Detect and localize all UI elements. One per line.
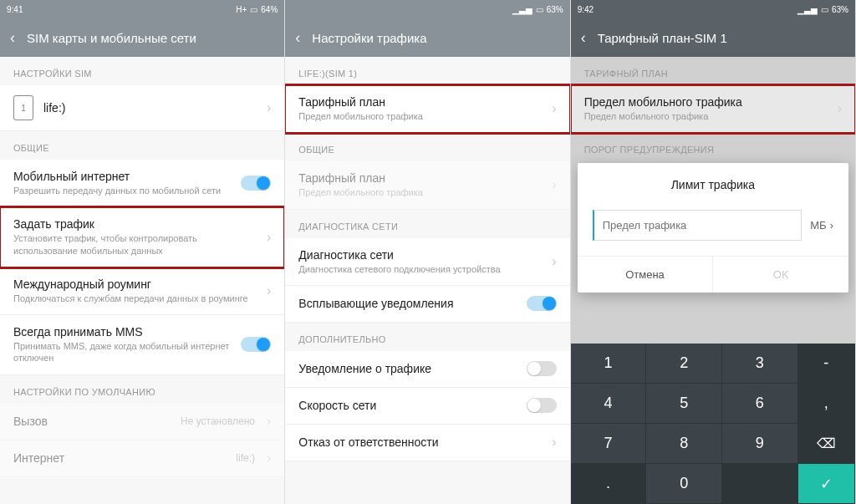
ok-button[interactable]: OK bbox=[713, 257, 848, 293]
header: ‹ Тарифный план-SIM 1 bbox=[571, 18, 855, 57]
key-2[interactable]: 2 bbox=[646, 344, 722, 384]
section-defaults: НАСТРОЙКИ ПО УМОЛЧАНИЮ bbox=[0, 375, 284, 404]
status-network: H+ bbox=[236, 5, 247, 14]
key-backspace[interactable]: ⌫ bbox=[798, 424, 855, 464]
key-space[interactable] bbox=[722, 464, 798, 504]
data-limit-item[interactable]: Предел мобильного трафика Предел мобильн… bbox=[571, 85, 855, 133]
chevron-right-icon: › bbox=[267, 451, 271, 466]
section-warn: ПОРОГ ПРЕДУПРЕЖДЕНИЯ bbox=[571, 133, 855, 161]
numeric-keypad: 1 2 3 - 4 5 6 , 7 8 9 ⌫ . 0 ✓ bbox=[571, 344, 855, 504]
tariff-plan-item[interactable]: Тарифный план Предел мобильного трафика … bbox=[285, 85, 569, 133]
signal-icon: ▁▃▅ bbox=[797, 5, 818, 14]
key-minus[interactable]: - bbox=[798, 344, 855, 384]
diagnostics-item[interactable]: Диагностика сети Диагностика сетевого по… bbox=[285, 238, 569, 286]
popup-toggle[interactable] bbox=[527, 296, 557, 311]
backspace-icon: ⌫ bbox=[817, 435, 836, 451]
chevron-right-icon: › bbox=[267, 283, 271, 298]
traffic-limit-dialog: Лимит трафика МБ › Отмена OK bbox=[578, 163, 848, 293]
status-bar: ▁▃▅ ▭ 63% bbox=[285, 0, 569, 18]
mobile-data-item[interactable]: Мобильный интернет Разрешить передачу да… bbox=[0, 160, 284, 207]
section-general: ОБЩИЕ bbox=[0, 131, 284, 160]
mms-item[interactable]: Всегда принимать MMS Принимать MMS, даже… bbox=[0, 315, 284, 375]
chevron-right-icon: › bbox=[267, 100, 271, 115]
key-5[interactable]: 5 bbox=[646, 384, 722, 424]
screen-traffic-settings: ▁▃▅ ▭ 63% ‹ Настройки трафика LIFE:)(SIM… bbox=[285, 0, 570, 504]
chevron-right-icon: › bbox=[267, 414, 271, 429]
header: ‹ SIM карты и мобильные сети bbox=[0, 18, 284, 57]
chevron-right-icon: › bbox=[552, 177, 556, 192]
key-1[interactable]: 1 bbox=[571, 344, 647, 384]
key-3[interactable]: 3 bbox=[722, 344, 798, 384]
status-bar: 9:41 H+ ▭ 64% bbox=[0, 0, 284, 18]
sim-item[interactable]: 1 life:) › bbox=[0, 85, 284, 131]
signal-icon: ▁▃▅ bbox=[512, 5, 532, 14]
key-0[interactable]: 0 bbox=[646, 464, 722, 504]
status-bar: 9:42 ▁▃▅ ▭ 63% bbox=[571, 0, 855, 18]
page-title: Тарифный план-SIM 1 bbox=[598, 31, 727, 45]
page-title: Настройки трафика bbox=[312, 31, 426, 45]
section-sim: НАСТРОЙКИ SIM bbox=[0, 57, 284, 85]
section-diag: ДИАГНОСТИКА СЕТИ bbox=[285, 210, 569, 238]
page-title: SIM карты и мобильные сети bbox=[27, 31, 196, 45]
mobile-data-toggle[interactable] bbox=[241, 176, 271, 191]
status-battery: 64% bbox=[261, 5, 278, 14]
section-general: ОБЩИЕ bbox=[285, 133, 569, 161]
content: LIFE:)(SIM 1) Тарифный план Предел мобил… bbox=[285, 57, 569, 504]
screen-tariff-plan: 9:42 ▁▃▅ ▭ 63% ‹ Тарифный план-SIM 1 ТАР… bbox=[571, 0, 856, 504]
section-extra: ДОПОЛНИТЕЛЬНО bbox=[285, 323, 569, 351]
back-icon[interactable]: ‹ bbox=[295, 29, 300, 47]
section-life: LIFE:)(SIM 1) bbox=[285, 57, 569, 85]
key-6[interactable]: 6 bbox=[722, 384, 798, 424]
cancel-button[interactable]: Отмена bbox=[578, 257, 714, 293]
key-7[interactable]: 7 bbox=[571, 424, 647, 464]
key-comma[interactable]: , bbox=[798, 384, 855, 424]
tariff-plan-item-2[interactable]: Тарифный план Предел мобильного трафика … bbox=[285, 161, 569, 209]
call-default-item[interactable]: Вызов Не установлено › bbox=[0, 404, 284, 440]
sim-icon: 1 bbox=[13, 95, 33, 120]
key-enter[interactable]: ✓ bbox=[798, 464, 855, 504]
notify-toggle[interactable] bbox=[527, 361, 557, 376]
section-plan: ТАРИФНЫЙ ПЛАН bbox=[571, 57, 855, 85]
chevron-right-icon: › bbox=[552, 254, 556, 269]
dialog-title: Лимит трафика bbox=[578, 163, 848, 203]
header: ‹ Настройки трафика bbox=[285, 18, 569, 57]
sim-label: life:) bbox=[43, 101, 260, 115]
network-speed-item[interactable]: Скорость сети bbox=[285, 388, 569, 425]
content: НАСТРОЙКИ SIM 1 life:) › ОБЩИЕ Мобильный… bbox=[0, 57, 284, 504]
status-time: 9:41 bbox=[7, 5, 23, 14]
chevron-right-icon: › bbox=[552, 435, 556, 450]
key-4[interactable]: 4 bbox=[571, 384, 647, 424]
popup-notifications-item[interactable]: Всплывающие уведомления bbox=[285, 286, 569, 323]
disclaimer-item[interactable]: Отказ от ответственности › bbox=[285, 425, 569, 461]
chevron-right-icon: › bbox=[552, 101, 556, 116]
chevron-right-icon: › bbox=[838, 101, 842, 116]
battery-icon: ▭ bbox=[536, 5, 543, 14]
key-9[interactable]: 9 bbox=[722, 424, 798, 464]
back-icon[interactable]: ‹ bbox=[10, 29, 15, 47]
set-traffic-item[interactable]: Задать трафик Установите трафик, чтобы к… bbox=[0, 207, 284, 267]
speed-toggle[interactable] bbox=[527, 398, 557, 413]
key-8[interactable]: 8 bbox=[646, 424, 722, 464]
battery-icon: ▭ bbox=[821, 5, 828, 14]
screen-sim-settings: 9:41 H+ ▭ 64% ‹ SIM карты и мобильные се… bbox=[0, 0, 285, 504]
mms-toggle[interactable] bbox=[241, 337, 271, 352]
battery-icon: ▭ bbox=[250, 5, 257, 14]
unit-selector[interactable]: МБ › bbox=[810, 219, 833, 232]
back-icon[interactable]: ‹ bbox=[581, 29, 586, 47]
chevron-right-icon: › bbox=[830, 219, 833, 232]
key-dot[interactable]: . bbox=[571, 464, 647, 504]
traffic-notification-item[interactable]: Уведомление о трафике bbox=[285, 351, 569, 388]
roaming-item[interactable]: Международный роуминг Подключаться к слу… bbox=[0, 267, 284, 315]
internet-default-item[interactable]: Интернет life:) › bbox=[0, 440, 284, 477]
limit-input[interactable] bbox=[593, 210, 802, 241]
chevron-right-icon: › bbox=[267, 230, 271, 245]
